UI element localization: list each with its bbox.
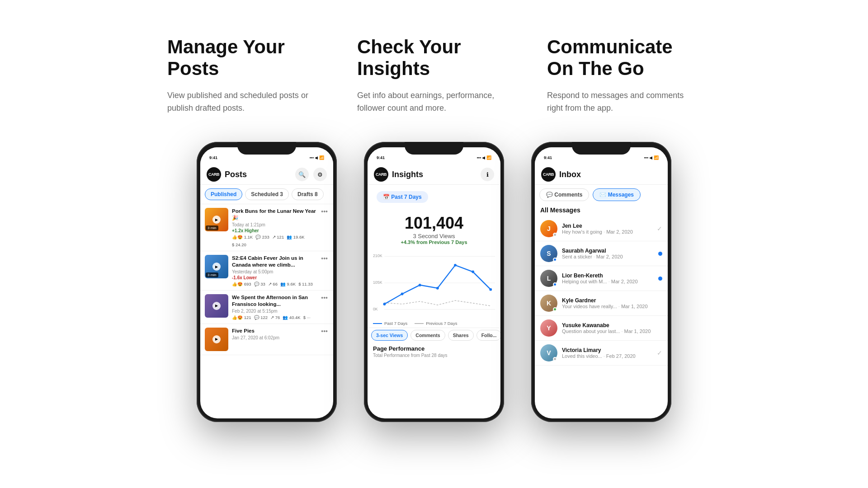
- posts-header-icons: 🔍 ⚙: [295, 168, 327, 181]
- post-more-3[interactable]: •••: [320, 294, 329, 301]
- posts-tabs-bar: Published Scheduled 3 Drafts 8: [200, 185, 333, 204]
- msg-sender-victoria: Victoria Limary: [562, 347, 652, 353]
- post-stats-2: 👍😍 693 💬 33 ↗ 66 👥 9.6K $ 11.33: [232, 282, 316, 286]
- post-more-1[interactable]: •••: [320, 208, 329, 215]
- insights-tabs: 3-sec Views Comments Shares Follo...: [368, 328, 500, 343]
- tab-published[interactable]: Published: [205, 188, 242, 200]
- insights-page-perf-sub: Total Performance from Past 28 days: [368, 353, 500, 358]
- post-title-1: Pork Buns for the Lunar New Year 🎉: [232, 208, 316, 221]
- stat-reactions-3: 👍😍 121: [232, 315, 251, 320]
- post-thumb-1: 3 min ▶: [205, 208, 228, 231]
- online-dot-jen: [553, 233, 557, 237]
- insights-app-logo: CARB: [374, 167, 388, 182]
- post-title-2: S2:E4 Cabin Fever Join us in Canada wher…: [232, 255, 316, 268]
- inbox-status-bar: 9:41 ▪▪▪ ◀ 📶: [535, 147, 668, 164]
- insights-status-bar: 9:41 ▪▪▪ ◀ 📶: [368, 147, 500, 164]
- play-icon-3: ▶: [212, 302, 221, 310]
- insights-info-icon[interactable]: ℹ: [481, 168, 494, 181]
- msg-content-yusuke: Yusuke Kawanabe Question about your last…: [562, 322, 662, 334]
- insights-tab-views[interactable]: 3-sec Views: [371, 330, 408, 341]
- insights-tab-shares[interactable]: Shares: [448, 330, 474, 341]
- message-item-kyle[interactable]: K Kyle Gardner Your videos have really..…: [535, 291, 668, 316]
- legend-prev: Previous 7 Days: [415, 321, 457, 326]
- phone-inbox-screen: 9:41 ▪▪▪ ◀ 📶 CARB Inbox 💬 Comments ✉️ Me…: [535, 147, 668, 418]
- post-more-2[interactable]: •••: [320, 255, 329, 262]
- feature-insights: Check Your Insights Get info about earni…: [339, 36, 529, 115]
- post-item-3: ▶ We Spent the Afternoon in San Fransisc…: [200, 291, 333, 324]
- post-perf-1: +1.2x Higher: [232, 228, 316, 233]
- message-item-jen[interactable]: J Jen Lee Hey how's it going · Mar 2, 20…: [535, 216, 668, 241]
- post-info-4: Five Pies Jan 27, 2020 at 6:02pm: [232, 328, 316, 341]
- post-item-2: 3 min ▶ S2:E4 Cabin Fever Join us in Can…: [200, 251, 333, 291]
- posts-search-icon[interactable]: 🔍: [295, 168, 309, 181]
- post-thumb-2: 3 min ▶: [205, 255, 228, 278]
- msg-sender-kyle: Kyle Gardner: [562, 297, 662, 304]
- post-date-2: Yesterday at 5:00pm: [232, 269, 316, 274]
- message-item-saurabh[interactable]: S Saurabh Agarwal Sent a sticker · Mar 2…: [535, 241, 668, 266]
- online-dot-victoria: [553, 357, 557, 361]
- message-item-victoria[interactable]: V Victoria Limary Loved this video... · …: [535, 341, 668, 366]
- stat-comments-1: 💬 233: [255, 235, 269, 239]
- posts-app-title: Posts: [225, 170, 247, 179]
- play-icon-1: ▶: [212, 216, 221, 224]
- inbox-tab-messages[interactable]: ✉️ Messages: [593, 188, 641, 201]
- post-info-2: S2:E4 Cabin Fever Join us in Canada wher…: [232, 255, 316, 286]
- stat-reactions-1: 👍😍 1.1K: [232, 235, 253, 239]
- feature-title-communicate: Communicate On The Go: [547, 36, 701, 80]
- feature-manage-posts: Manage Your Posts View published and sch…: [149, 36, 339, 115]
- feature-desc-insights: Get info about earnings, performance, fo…: [357, 89, 511, 115]
- insights-header-left: CARB Insights: [374, 167, 423, 182]
- msg-sender-lior: Lior Ben-Kereth: [562, 272, 654, 279]
- posts-app-logo: CARB: [207, 167, 221, 182]
- svg-point-9: [436, 287, 439, 290]
- avatar-lior: L: [540, 270, 557, 287]
- phone-insights: 9:41 ▪▪▪ ◀ 📶 CARB Insights ℹ 📅 Past 7 Da…: [364, 142, 504, 422]
- post-item-1: 3 min ▶ Pork Buns for the Lunar New Year…: [200, 204, 333, 251]
- post-perf-2: -1.6x Lower: [232, 275, 316, 280]
- play-icon-2: ▶: [212, 263, 221, 271]
- svg-text:105K: 105K: [373, 280, 382, 285]
- post-more-4[interactable]: •••: [320, 328, 329, 335]
- post-duration-2: 3 min: [206, 272, 218, 277]
- msg-content-saurabh: Saurabh Agarwal Sent a sticker · Mar 2, …: [562, 248, 654, 259]
- unread-dot-saurabh: [658, 252, 662, 256]
- inbox-tab-comments[interactable]: 💬 Comments: [539, 188, 589, 201]
- inbox-app-logo: CARB: [541, 167, 556, 182]
- msg-content-kyle: Kyle Gardner Your videos have really... …: [562, 297, 662, 309]
- tab-drafts[interactable]: Drafts 8: [292, 188, 324, 200]
- svg-text:0K: 0K: [373, 307, 378, 311]
- avatar-saurabh: S: [540, 245, 557, 262]
- post-item-4: ▶ Five Pies Jan 27, 2020 at 6:02pm •••: [200, 324, 333, 355]
- insights-tab-followers[interactable]: Follo...: [476, 330, 500, 341]
- msg-content-lior: Lior Ben-Kereth Helping out with M... · …: [562, 272, 654, 284]
- msg-content-jen: Jen Lee Hey how's it going · Mar 2, 2020: [562, 223, 652, 235]
- feature-desc-posts: View published and scheduled posts or pu…: [167, 89, 321, 115]
- online-dot-kyle: [553, 307, 557, 311]
- feature-title-posts: Manage Your Posts: [167, 36, 321, 80]
- stat-comments-3: 💬 122: [254, 315, 268, 320]
- post-date-4: Jan 27, 2020 at 6:02pm: [232, 335, 316, 340]
- post-duration-1: 3 min: [206, 225, 218, 230]
- stat-shares-3: ↗ 76: [270, 315, 280, 320]
- insights-chart-legend: Past 7 Days Previous 7 Days: [368, 319, 500, 328]
- msg-preview-jen: Hey how's it going · Mar 2, 2020: [562, 229, 652, 235]
- tab-scheduled[interactable]: Scheduled 3: [245, 188, 289, 200]
- stat-reactions-2: 👍😍 693: [232, 282, 251, 286]
- msg-check-victoria: ✓: [657, 349, 662, 357]
- message-item-yusuke[interactable]: Y Yusuke Kawanabe Question about your la…: [535, 316, 668, 341]
- insights-big-change: +4.3% from Previous 7 Days: [368, 239, 500, 245]
- posts-filter-icon[interactable]: ⚙: [313, 168, 327, 181]
- avatar-victoria: V: [540, 344, 557, 361]
- message-item-lior[interactable]: L Lior Ben-Kereth Helping out with M... …: [535, 266, 668, 291]
- insights-big-stat: 101,404 3 Second Views +4.3% from Previo…: [368, 209, 500, 247]
- legend-prev-label: Previous 7 Days: [426, 321, 457, 326]
- post-info-3: We Spent the Afternoon in San Fransisco …: [232, 294, 316, 320]
- msg-sender-jen: Jen Lee: [562, 223, 652, 229]
- msg-preview-kyle: Your videos have really... · Mar 1, 2020: [562, 304, 662, 309]
- insights-date-filter[interactable]: 📅 Past 7 Days: [377, 191, 428, 203]
- stat-views-1: 👥 19.6K: [287, 235, 304, 239]
- online-dot-lior: [553, 282, 557, 286]
- post-title-4: Five Pies: [232, 328, 316, 334]
- feature-communicate: Communicate On The Go Respond to message…: [529, 36, 719, 115]
- insights-tab-comments[interactable]: Comments: [410, 330, 445, 341]
